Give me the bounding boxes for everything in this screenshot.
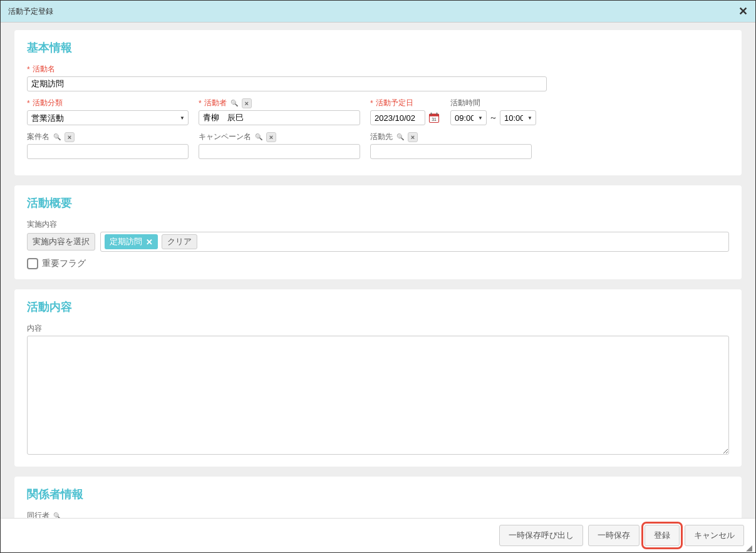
important-flag-label: 重要フラグ	[42, 258, 86, 269]
date-input[interactable]	[370, 110, 425, 125]
submit-button[interactable]: 登録	[645, 525, 680, 546]
svg-rect-2	[431, 113, 432, 115]
date-label: * 活動予定日	[370, 98, 440, 108]
modal-header: 活動予定登録 ✕	[1, 1, 755, 23]
time-separator: ～	[489, 112, 497, 123]
tag-remove-icon[interactable]: ✕	[146, 237, 153, 247]
related-section: 関係者情報 同行者 上田 辰男 ✕ クリア	[14, 477, 742, 520]
select-content-button[interactable]: 実施内容を選択	[27, 233, 95, 251]
category-select[interactable]: 営業活動	[27, 110, 189, 125]
remove-icon[interactable]	[408, 132, 418, 142]
destination-label: 活動先	[370, 132, 532, 142]
campaign-input[interactable]	[199, 144, 360, 159]
detail-section: 活動内容 内容	[14, 289, 742, 467]
project-input[interactable]	[27, 144, 189, 159]
detail-textarea[interactable]	[27, 336, 729, 455]
section-title-detail: 活動内容	[27, 299, 729, 314]
activity-name-label: *活動名	[27, 64, 547, 75]
detail-content-label: 内容	[27, 323, 729, 334]
remove-icon[interactable]	[242, 98, 252, 108]
temp-load-button[interactable]: 一時保存呼び出し	[499, 525, 583, 546]
close-icon[interactable]: ✕	[738, 4, 748, 18]
remove-icon[interactable]	[65, 132, 75, 142]
important-flag-checkbox[interactable]	[27, 258, 38, 269]
modal-body: 基本情報 *活動名 *活動分類 営業活動 *活動者	[1, 23, 755, 520]
destination-input[interactable]	[370, 144, 532, 159]
content-tag: 定期訪問 ✕	[105, 234, 158, 249]
svg-text:31: 31	[432, 117, 437, 121]
clear-button[interactable]: クリア	[162, 234, 197, 249]
svg-rect-3	[437, 113, 438, 115]
section-title-basic: 基本情報	[27, 40, 729, 55]
temp-save-button[interactable]: 一時保存	[588, 525, 639, 546]
basic-info-section: 基本情報 *活動名 *活動分類 営業活動 *活動者	[14, 30, 742, 175]
time-start-select[interactable]: 09:00	[450, 110, 487, 125]
overview-section: 活動概要 実施内容 実施内容を選択 定期訪問 ✕ クリア 重要フラグ	[14, 185, 742, 279]
search-icon[interactable]	[229, 98, 239, 108]
remove-icon[interactable]	[266, 132, 276, 142]
actor-label: *活動者	[199, 98, 360, 108]
campaign-label: キャンペーン名	[199, 132, 360, 142]
modal-footer: 一時保存呼び出し 一時保存 登録 キャンセル ◢	[1, 518, 755, 552]
resize-handle[interactable]: ◢	[746, 543, 755, 552]
time-label: 活動時間	[450, 98, 536, 108]
search-icon[interactable]	[52, 132, 62, 142]
search-icon[interactable]	[254, 132, 264, 142]
section-title-overview: 活動概要	[27, 195, 729, 210]
activity-name-input[interactable]	[27, 76, 547, 91]
time-end-select[interactable]: 10:00	[500, 110, 536, 125]
content-tag-container[interactable]: 定期訪問 ✕ クリア	[100, 232, 729, 252]
modal-title: 活動予定登録	[8, 6, 53, 17]
category-label: *活動分類	[27, 98, 189, 108]
project-label: 案件名	[27, 132, 189, 142]
section-title-related: 関係者情報	[27, 487, 729, 502]
search-icon[interactable]	[395, 132, 405, 142]
actor-input[interactable]	[199, 110, 360, 125]
calendar-icon[interactable]: 31	[428, 111, 440, 124]
content-label: 実施内容	[27, 219, 729, 230]
cancel-button[interactable]: キャンセル	[685, 525, 744, 546]
